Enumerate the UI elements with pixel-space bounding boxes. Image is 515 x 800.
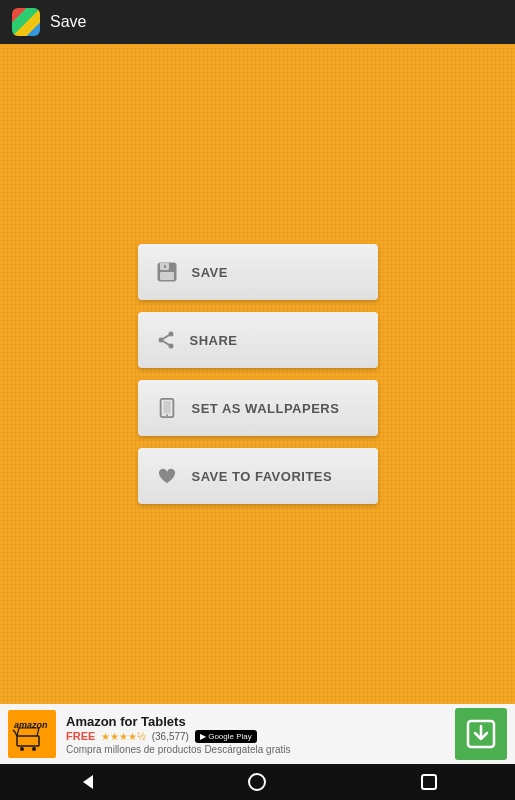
svg-point-16: [20, 747, 24, 751]
share-icon: [156, 330, 176, 350]
download-icon: [466, 719, 496, 749]
svg-point-17: [32, 747, 36, 751]
set-wallpaper-label: SET AS WALLPAPERS: [192, 401, 340, 416]
svg-point-21: [249, 774, 265, 790]
svg-line-7: [161, 334, 171, 340]
nav-bar: [0, 764, 515, 800]
ad-description: Compra millones de productos Descárgatel…: [66, 744, 445, 755]
svg-marker-20: [83, 775, 93, 789]
svg-line-8: [161, 340, 171, 346]
phone-icon: [156, 397, 178, 419]
ad-rating: (36,577): [152, 731, 189, 742]
title-text: Save: [50, 13, 86, 31]
save-button[interactable]: SAVE: [138, 244, 378, 300]
save-favorites-label: SAVE TO FAVORITES: [192, 469, 333, 484]
save-label: SAVE: [192, 265, 228, 280]
ad-download-button[interactable]: [455, 708, 507, 760]
ad-stars: ★★★★½: [101, 731, 145, 742]
ad-content: Amazon for Tablets FREE ★★★★½ (36,577) ▶…: [66, 714, 445, 755]
share-label: SHARE: [190, 333, 238, 348]
amazon-cart-icon: amazon: [8, 710, 56, 758]
floppy-disk-icon: [156, 261, 178, 283]
ad-free-label: FREE: [66, 730, 95, 742]
title-bar: Save: [0, 0, 515, 44]
google-play-badge: ▶ Google Play: [195, 730, 257, 743]
ad-title: Amazon for Tablets: [66, 714, 445, 729]
heart-icon: [156, 465, 178, 487]
share-button[interactable]: SHARE: [138, 312, 378, 368]
svg-line-15: [13, 730, 15, 732]
svg-rect-3: [164, 265, 166, 268]
app-icon: [12, 8, 40, 36]
svg-rect-10: [163, 401, 170, 414]
ad-row2: FREE ★★★★½ (36,577) ▶ Google Play: [66, 730, 445, 743]
ad-logo: amazon: [8, 710, 56, 758]
set-wallpaper-button[interactable]: SET AS WALLPAPERS: [138, 380, 378, 436]
svg-rect-13: [17, 736, 39, 746]
save-favorites-button[interactable]: SAVE TO FAVORITES: [138, 448, 378, 504]
svg-point-11: [166, 414, 168, 416]
home-button[interactable]: [237, 768, 277, 796]
svg-rect-22: [422, 775, 436, 789]
svg-rect-2: [160, 272, 174, 280]
ad-banner[interactable]: amazon Amazon for Tablets FREE ★★★★½ (36…: [0, 704, 515, 764]
recents-button[interactable]: [409, 768, 449, 796]
main-content: SAVE SHARE SET AS WALLPAPERS: [0, 44, 515, 704]
back-button[interactable]: [66, 768, 106, 796]
